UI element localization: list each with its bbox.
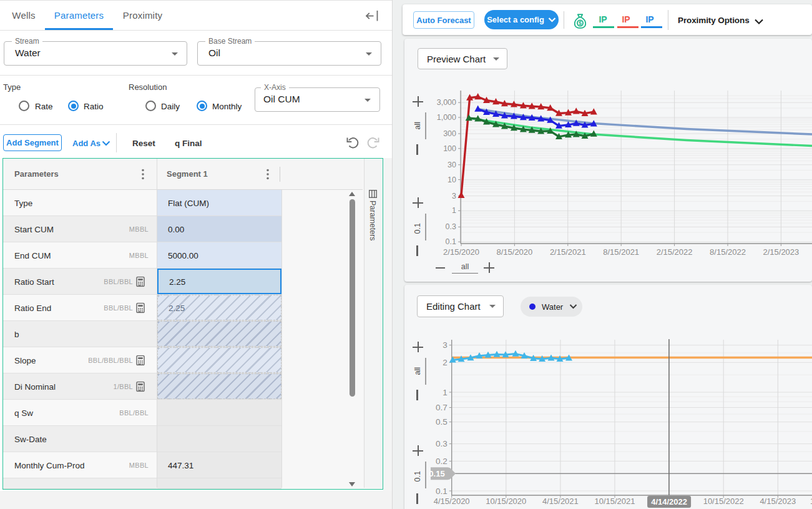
svg-text:0.15: 0.15 — [429, 469, 444, 478]
svg-text:300: 300 — [443, 129, 456, 138]
svg-text:0.5: 0.5 — [436, 417, 448, 427]
svg-text:1: 1 — [452, 206, 456, 215]
svg-text:0.2: 0.2 — [436, 457, 448, 466]
svg-text:3: 3 — [452, 192, 456, 200]
svg-text:0.1: 0.1 — [446, 237, 456, 246]
svg-text:10/15/2020: 10/15/2020 — [486, 497, 526, 506]
svg-text:8/15/2021: 8/15/2021 — [603, 247, 639, 257]
svg-text:8/15/2022: 8/15/2022 — [710, 247, 746, 257]
svg-text:0.3: 0.3 — [446, 222, 456, 231]
svg-text:2/15/2023: 2/15/2023 — [763, 247, 799, 257]
svg-text:4/14/2022: 4/14/2022 — [651, 497, 687, 507]
svg-text:$: $ — [579, 20, 582, 26]
svg-text:10: 10 — [448, 175, 456, 184]
svg-text:2/15/2020: 2/15/2020 — [443, 247, 479, 257]
svg-text:100: 100 — [443, 144, 456, 153]
svg-text:1,000: 1,000 — [437, 113, 456, 122]
svg-text:0.1: 0.1 — [436, 487, 448, 496]
svg-text:4/15/2021: 4/15/2021 — [542, 497, 579, 506]
svg-text:3: 3 — [443, 340, 448, 350]
svg-text:30: 30 — [448, 161, 456, 169]
svg-text:2: 2 — [443, 358, 448, 367]
svg-text:2/15/2021: 2/15/2021 — [550, 247, 586, 257]
svg-text:10/15/2021: 10/15/2021 — [594, 497, 635, 506]
svg-text:0.7: 0.7 — [436, 403, 448, 412]
svg-text:10/15/2022: 10/15/2022 — [703, 497, 744, 506]
svg-text:4/15/2023: 4/15/2023 — [760, 497, 796, 506]
svg-text:4/15/2020: 4/15/2020 — [434, 497, 470, 506]
svg-text:0.3: 0.3 — [436, 439, 448, 448]
svg-text:8/15/2020: 8/15/2020 — [496, 247, 532, 257]
svg-text:2/15/2022: 2/15/2022 — [657, 247, 693, 257]
svg-text:3,000: 3,000 — [437, 98, 456, 107]
svg-text:1: 1 — [443, 388, 448, 397]
